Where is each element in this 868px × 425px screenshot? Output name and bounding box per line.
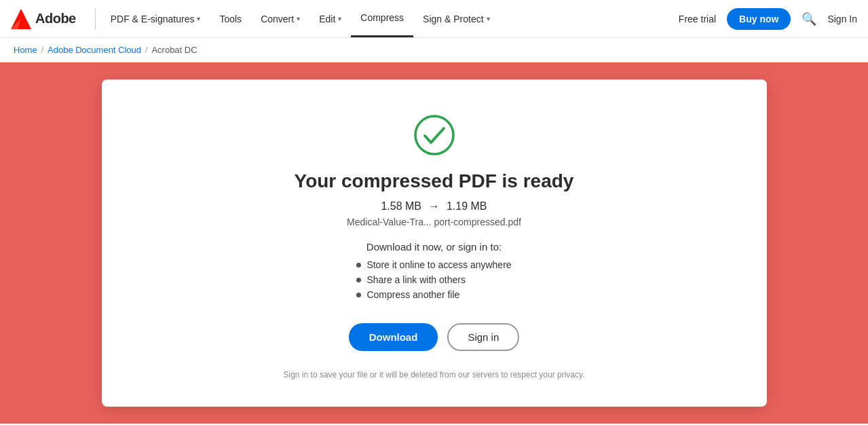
success-icon bbox=[413, 113, 456, 157]
buy-now-button[interactable]: Buy now bbox=[727, 8, 791, 30]
file-size-before: 1.58 MB bbox=[381, 200, 421, 212]
privacy-note: Sign in to save your file or it will be … bbox=[284, 370, 585, 380]
nav-item-pdf-esignatures[interactable]: PDF & E-signatures ▾ bbox=[101, 0, 210, 37]
nav-item-tools[interactable]: Tools bbox=[210, 0, 251, 37]
navbar: Adobe PDF & E-signatures ▾ Tools Convert… bbox=[0, 0, 868, 38]
download-prompt: Download it now, or sign in to: bbox=[366, 241, 502, 253]
signin-button[interactable]: Sign in bbox=[447, 323, 519, 351]
breadcrumb-sep-1: / bbox=[41, 45, 43, 55]
breadcrumb-home[interactable]: Home bbox=[14, 45, 37, 55]
bullet-dot-1 bbox=[356, 263, 361, 267]
card-title: Your compressed PDF is ready bbox=[295, 170, 574, 192]
breadcrumb-sep-2: / bbox=[145, 45, 147, 55]
adobe-logo[interactable]: Adobe bbox=[11, 9, 76, 29]
sign-in-link[interactable]: Sign In bbox=[827, 14, 857, 24]
breadcrumb-current: Acrobat DC bbox=[151, 45, 197, 55]
nav-item-edit[interactable]: Edit ▾ bbox=[309, 0, 351, 37]
chevron-down-icon-convert: ▾ bbox=[297, 15, 300, 22]
file-size-info: 1.58 MB → 1.19 MB bbox=[381, 200, 487, 212]
download-button[interactable]: Download bbox=[349, 323, 438, 351]
chevron-down-icon-sign: ▾ bbox=[487, 15, 490, 22]
benefit-item-3: Compress another file bbox=[356, 289, 511, 300]
bullet-dot-2 bbox=[356, 278, 361, 282]
nav-item-sign-protect[interactable]: Sign & Protect ▾ bbox=[413, 0, 499, 37]
arrow-icon: → bbox=[429, 200, 440, 212]
benefit-item-2: Share a link with others bbox=[356, 274, 511, 285]
nav-items: PDF & E-signatures ▾ Tools Convert ▾ Edi… bbox=[101, 0, 679, 37]
chevron-down-icon-edit: ▾ bbox=[338, 15, 341, 22]
benefits-list: Store it online to access anywhere Share… bbox=[356, 259, 511, 304]
main-area: Your compressed PDF is ready 1.58 MB → 1… bbox=[0, 62, 868, 424]
nav-right: Free trial Buy now 🔍 Sign In bbox=[679, 8, 857, 30]
file-name: Medical-Value-Tra... port-compressed.pdf bbox=[347, 217, 521, 227]
nav-item-compress[interactable]: Compress bbox=[351, 0, 413, 37]
file-size-after: 1.19 MB bbox=[447, 200, 487, 212]
breadcrumb-document-cloud[interactable]: Adobe Document Cloud bbox=[48, 45, 141, 55]
action-buttons: Download Sign in bbox=[349, 323, 520, 351]
breadcrumb: Home / Adobe Document Cloud / Acrobat DC bbox=[0, 38, 868, 62]
svg-point-2 bbox=[415, 116, 453, 154]
search-icon[interactable]: 🔍 bbox=[801, 12, 816, 26]
chevron-down-icon: ▾ bbox=[197, 15, 200, 22]
bullet-dot-3 bbox=[356, 293, 361, 297]
adobe-wordmark: Adobe bbox=[35, 11, 76, 26]
result-card: Your compressed PDF is ready 1.58 MB → 1… bbox=[102, 79, 767, 407]
nav-divider bbox=[95, 9, 96, 29]
free-trial-link[interactable]: Free trial bbox=[679, 14, 716, 24]
nav-item-convert[interactable]: Convert ▾ bbox=[251, 0, 309, 37]
adobe-logo-icon bbox=[11, 9, 31, 29]
benefit-item-1: Store it online to access anywhere bbox=[356, 259, 511, 270]
